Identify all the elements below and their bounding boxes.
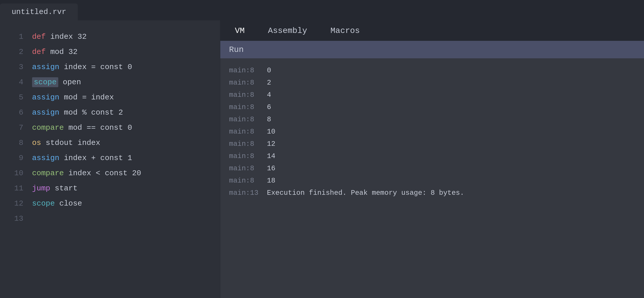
code-line: 11jump start [0,181,220,196]
output-exec-text: Execution finished. Peak memory usage: 8… [267,189,464,197]
line-number: 4 [6,78,23,87]
code-content: jump start [32,184,78,193]
output-loc: main:8 [229,128,264,136]
line-number: 6 [6,108,23,117]
output-loc: main:8 [229,66,264,74]
tab-assembly[interactable]: Assembly [256,23,319,38]
run-label[interactable]: Run [229,45,244,54]
output-line: main:84 [229,89,635,101]
line-number: 10 [6,169,23,178]
code-content: scope close [32,199,82,208]
code-content: scope open [32,78,81,87]
output-loc: main:8 [229,140,264,148]
code-content: compare mod == const 0 [32,123,132,132]
code-line: 3assign index = const 0 [0,59,220,75]
line-number: 9 [6,154,23,162]
tab-macros[interactable]: Macros [319,23,372,38]
code-line: 4scope open [0,75,220,90]
line-number: 3 [6,63,23,71]
output-line: main:816 [229,162,635,174]
output-val: 0 [267,66,271,74]
code-line: 1def index 32 [0,29,220,44]
code-line: 5assign mod = index [0,90,220,105]
output-val: 18 [267,177,275,185]
code-content: assign index = const 0 [32,63,132,71]
right-tabs: VM Assembly Macros [220,20,644,41]
run-bar[interactable]: Run [220,41,644,58]
output-val: 6 [267,103,271,111]
code-content: os stdout index [32,139,100,147]
line-number: 11 [6,184,23,193]
output-val: 16 [267,164,275,172]
right-panel: VM Assembly Macros Run main:80main:82mai… [220,20,644,298]
output-line: main:88 [229,113,635,125]
output-loc: main:8 [229,164,264,172]
code-line: 2def mod 32 [0,44,220,59]
code-content: assign mod = index [32,93,114,102]
code-line: 8os stdout index [0,135,220,150]
code-content: def mod 32 [32,48,78,56]
tab-bar: untitled.rvr [0,0,644,20]
output-val: 12 [267,140,275,148]
output-val: 10 [267,128,275,136]
editor-panel: 1def index 322def mod 323assign index = … [0,20,220,298]
output-area: main:80main:82main:84main:86main:88main:… [220,58,644,298]
output-val: 14 [267,152,275,160]
file-tab[interactable]: untitled.rvr [0,3,78,20]
line-number: 13 [6,214,23,223]
output-val: 4 [267,91,271,99]
file-tab-label: untitled.rvr [12,8,66,16]
line-number: 2 [6,48,23,56]
code-line: 9assign index + const 1 [0,150,220,166]
code-content: def index 32 [32,32,87,41]
output-loc: main:8 [229,91,264,99]
output-line: main:810 [229,125,635,138]
main-content: 1def index 322def mod 323assign index = … [0,20,644,298]
tab-vm[interactable]: VM [223,23,256,38]
output-loc: main:8 [229,79,264,87]
output-line: main:86 [229,101,635,113]
output-line: main:82 [229,76,635,89]
output-line: main:814 [229,150,635,162]
output-exec-loc: main:13 [229,189,264,197]
code-line: 13 [0,211,220,226]
line-number: 7 [6,123,23,132]
line-number: 1 [6,32,23,41]
output-exec-line: main:13 Execution finished. Peak memory … [229,187,635,199]
output-loc: main:8 [229,115,264,123]
code-content: compare index < const 20 [32,169,141,178]
output-val: 2 [267,79,271,87]
line-number: 5 [6,93,23,102]
line-number: 12 [6,199,23,208]
output-val: 8 [267,115,271,123]
output-loc: main:8 [229,177,264,185]
app-container: untitled.rvr 1def index 322def mod 323as… [0,0,644,298]
code-line: 12scope close [0,196,220,211]
code-content: assign index + const 1 [32,154,132,162]
output-loc: main:8 [229,152,264,160]
output-line: main:812 [229,138,635,150]
output-line: main:818 [229,174,635,187]
line-number: 8 [6,139,23,147]
code-line: 6assign mod % const 2 [0,105,220,120]
code-line: 10compare index < const 20 [0,166,220,181]
code-content: assign mod % const 2 [32,108,123,117]
output-line: main:80 [229,64,635,76]
output-loc: main:8 [229,103,264,111]
code-line: 7compare mod == const 0 [0,120,220,135]
